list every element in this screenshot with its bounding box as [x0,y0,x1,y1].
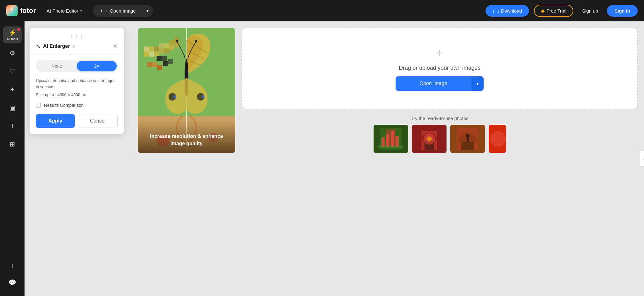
header: f fotor AI Photo Editor ▾ ＋ + Open Image… [0,0,644,21]
sidebar-item-adjust[interactable]: ⚙ [3,45,22,62]
download-icon: ↓ [492,8,495,14]
ready-photo-2[interactable] [412,125,447,153]
comparison-row: Results Comparison [36,103,118,108]
preview-container: Increase resolution & enhance image qual… [138,28,235,153]
svg-rect-4 [144,52,149,57]
sidebar-item-ai-tools[interactable]: ⚡ AI Tools [3,26,22,43]
ready-photo-1[interactable] [374,125,408,153]
sidebar: ⚡ AI Tools ⚙ ♡ ✦ ▣ T ⊞ ↑ 💬 [0,21,25,296]
download-label: ↓ Download [497,8,522,14]
diamond-icon: ◆ [541,8,545,14]
help-icon[interactable]: ? [72,44,75,49]
chat-icon: 💬 [8,279,16,286]
upload-open-image-button[interactable]: Open Image [396,76,471,91]
signup-button[interactable]: Sign up [578,6,602,16]
none-label: None [52,63,62,69]
apply-button[interactable]: Apply [36,114,75,128]
notification-dot [17,28,20,31]
svg-point-30 [202,95,205,98]
signup-label: Sign up [582,8,598,14]
two-x-label: 2× [94,63,99,69]
ready-photos-section: Try the ready-to-use photos [242,116,638,153]
svg-rect-5 [149,52,154,57]
open-image-button[interactable]: ＋ + Open Image ▾ [93,5,153,17]
modal-divider [30,55,124,55]
upload-open-image-label: Open Image [419,81,447,86]
ai-enlarger-modal: ⋮⋮⋮ ⤡ AI Enlarger ? ✕ None 2× Upscal [30,28,124,134]
upload-open-image-dropdown[interactable]: ▾ [471,76,484,91]
signin-label: Sign in [614,8,630,14]
preview-caption: Increase resolution & enhance image qual… [138,120,235,153]
modal-title-area: ⤡ AI Enlarger ? [36,43,75,50]
svg-rect-22 [157,65,162,70]
sidebar-item-frames[interactable]: ▣ [3,99,22,116]
image-area: Increase resolution & enhance image qual… [131,21,644,296]
svg-point-25 [176,40,178,42]
none-toggle-button[interactable]: None [37,61,77,71]
open-image-main[interactable]: ＋ + Open Image [93,5,142,17]
svg-rect-17 [162,56,167,61]
sidebar-item-label-ai-tools: AI Tools [7,37,18,41]
upload-drag-text: Drag or upload your own images [399,65,480,71]
enlarger-icon: ⤡ [36,43,41,50]
plus-icon: ＋ [99,8,104,14]
modal-title: AI Enlarger [43,43,70,49]
modal-header: ⤡ AI Enlarger ? ✕ [36,43,118,50]
results-comparison-checkbox[interactable] [36,103,41,108]
open-image-label: + Open Image [106,8,136,14]
caption-text: Increase resolution & enhance image qual… [144,133,229,147]
svg-rect-16 [157,56,162,61]
sidebar-item-effects[interactable]: ✦ [3,81,22,98]
chevron-down-icon: ▾ [476,81,479,86]
modal-close-button[interactable]: ✕ [113,43,118,50]
drag-handle-icon: ⋮⋮⋮ [69,34,84,39]
scale-toggle-group: None 2× [36,60,118,72]
svg-rect-2 [144,47,149,52]
sidebar-item-elements[interactable]: ⊞ [3,136,22,153]
free-trial-button[interactable]: ◆ Free Trial [534,5,573,17]
collapse-panel-handle[interactable]: › [640,151,644,166]
logo-area: f fotor [6,5,36,16]
action-buttons: Apply Cancel [36,114,118,128]
chevron-down-icon: ▾ [80,8,82,13]
modal-drag-handle[interactable]: ⋮⋮⋮ [36,34,118,39]
svg-rect-12 [169,40,174,45]
svg-rect-3 [149,47,154,52]
svg-rect-13 [169,45,174,50]
svg-point-51 [490,131,506,147]
adjust-icon: ⚙ [9,49,15,57]
svg-rect-8 [159,43,164,48]
download-button[interactable]: ↓ ↓ Download [486,5,529,17]
panel-area: ⋮⋮⋮ ⤡ AI Enlarger ? ✕ None 2× Upscal [25,21,131,296]
upload-dropzone[interactable]: + Drag or upload your own images Open Im… [242,28,638,109]
sidebar-item-chat[interactable]: 💬 [3,274,22,291]
svg-point-44 [427,136,432,141]
upload-section: + Drag or upload your own images Open Im… [242,28,638,153]
open-image-dropdown-arrow[interactable]: ▾ [142,5,153,16]
signin-button[interactable]: Sign in [607,5,638,17]
ai-tools-icon: ⚡ [8,29,16,36]
svg-rect-20 [147,62,152,67]
svg-rect-7 [154,52,159,57]
svg-rect-38 [391,131,394,147]
cancel-button[interactable]: Cancel [78,114,118,128]
upload-icon: ↑ [11,262,14,269]
upload-plus-icon: + [436,47,443,60]
svg-rect-11 [164,48,169,53]
sidebar-item-upload[interactable]: ↑ [3,257,22,274]
fotor-logo-icon: f [6,5,18,16]
sidebar-item-text[interactable]: T [3,118,22,134]
ready-photos-grid [242,125,638,153]
ready-photo-3[interactable] [450,125,485,153]
size-info: Size up to : 4000 × 4000 px [36,92,118,97]
two-x-toggle-button[interactable]: 2× [77,61,117,71]
comparison-label: Results Comparison [44,103,84,108]
svg-rect-36 [381,137,385,147]
svg-point-48 [466,134,469,138]
sidebar-item-beauty[interactable]: ♡ [3,63,22,80]
ready-photo-4[interactable] [489,125,506,153]
svg-rect-18 [163,61,168,66]
app-selector-button[interactable]: AI Photo Editor ▾ [43,6,85,15]
svg-rect-47 [461,142,474,150]
text-icon: T [10,123,14,130]
